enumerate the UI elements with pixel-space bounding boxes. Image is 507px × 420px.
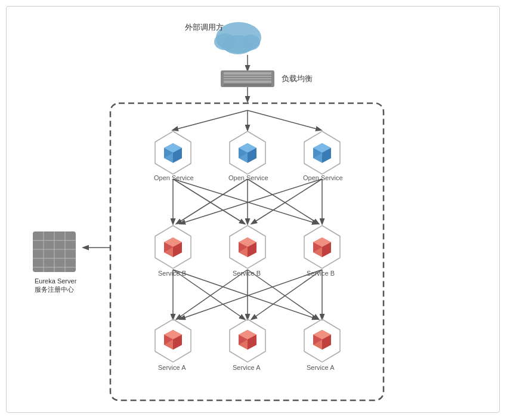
outer-border [6,6,500,413]
